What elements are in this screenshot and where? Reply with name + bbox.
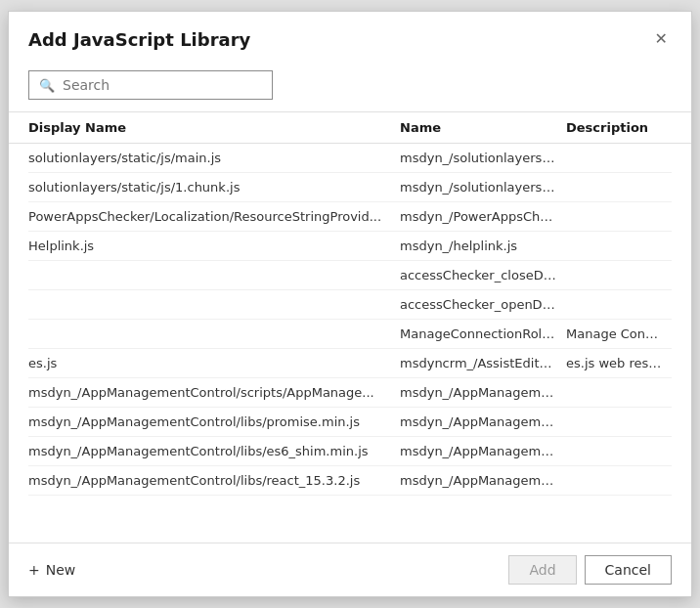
table-row[interactable]: solutionlayers/static/js/main.jsmsdyn_/s…	[28, 144, 672, 173]
cell-display-name: solutionlayers/static/js/1.chunk.js	[28, 180, 400, 195]
table-row[interactable]: accessChecker_openDialo...	[28, 290, 672, 320]
cell-display-name: Helplink.js	[28, 239, 400, 253]
cell-name: msdyn_/AppManagement...	[400, 385, 566, 400]
dialog-header: Add JavaScript Library ✕	[9, 12, 691, 63]
cell-display-name: es.js	[28, 356, 400, 370]
table-row[interactable]: msdyn_/AppManagementControl/scripts/AppM…	[28, 378, 672, 408]
cell-name: msdyn_/helplink.js	[400, 239, 566, 253]
table-row[interactable]: es.jsmsdyncrm_/AssistEditCon...es.js web…	[28, 349, 672, 378]
cell-display-name: msdyn_/AppManagementControl/libs/react_1…	[28, 473, 400, 488]
table-row[interactable]: msdyn_/AppManagementControl/libs/es6_shi…	[28, 437, 672, 466]
table-row[interactable]: accessChecker_closeDialo...	[28, 261, 672, 290]
table-row[interactable]: msdyn_/AppManagementControl/libs/react_1…	[28, 466, 672, 496]
dialog-footer: + New Add Cancel	[9, 543, 691, 596]
cell-name: msdyn_/AppManagement...	[400, 473, 566, 488]
cell-description: es.js web resource.	[566, 356, 672, 370]
header-description: Description	[566, 120, 672, 135]
cell-name: msdyn_/PowerAppsCheck...	[400, 209, 566, 224]
table-body: solutionlayers/static/js/main.jsmsdyn_/s…	[9, 144, 691, 543]
cell-display-name: PowerAppsChecker/Localization/ResourceSt…	[28, 209, 400, 224]
table-row[interactable]: solutionlayers/static/js/1.chunk.jsmsdyn…	[28, 173, 672, 202]
dialog-title: Add JavaScript Library	[28, 29, 250, 50]
cell-name: accessChecker_openDialo...	[400, 297, 566, 312]
cell-display-name: msdyn_/AppManagementControl/scripts/AppM…	[28, 385, 400, 400]
new-label: New	[46, 562, 76, 578]
table-row[interactable]: Helplink.jsmsdyn_/helplink.js	[28, 232, 672, 261]
table-row[interactable]: msdyn_/AppManagementControl/libs/promise…	[28, 408, 672, 437]
cell-display-name: msdyn_/AppManagementControl/libs/es6_shi…	[28, 444, 400, 458]
search-container: 🔍	[9, 63, 691, 111]
cell-name: accessChecker_closeDialo...	[400, 268, 566, 282]
cell-name: msdyncrm_/AssistEditCon...	[400, 356, 566, 370]
header-name: Name	[400, 120, 566, 135]
footer-actions: Add Cancel	[508, 555, 672, 585]
cell-name: msdyn_/solutionlayers/sta...	[400, 151, 566, 165]
plus-icon: +	[28, 562, 40, 578]
search-icon: 🔍	[39, 78, 55, 93]
header-display-name: Display Name	[28, 120, 400, 135]
table-row[interactable]: PowerAppsChecker/Localization/ResourceSt…	[28, 202, 672, 232]
cell-display-name: msdyn_/AppManagementControl/libs/promise…	[28, 414, 400, 429]
cell-name: msdyn_/AppManagement...	[400, 414, 566, 429]
search-input[interactable]	[63, 77, 262, 93]
cell-name: msdyn_/solutionlayers/sta...	[400, 180, 566, 195]
cell-name: ManageConnectionRoles...	[400, 326, 566, 341]
cell-name: msdyn_/AppManagement...	[400, 444, 566, 458]
table-header: Display Name Name Description	[9, 112, 691, 144]
close-button[interactable]: ✕	[651, 27, 672, 51]
new-button[interactable]: + New	[28, 562, 75, 578]
search-input-wrapper: 🔍	[28, 70, 273, 100]
table-container: Display Name Name Description solutionla…	[9, 111, 691, 543]
table-row[interactable]: ManageConnectionRoles...Manage Connect..…	[28, 320, 672, 349]
cell-description: Manage Connect...	[566, 326, 672, 341]
cell-display-name: solutionlayers/static/js/main.js	[28, 151, 400, 165]
add-javascript-library-dialog: Add JavaScript Library ✕ 🔍 Display Name …	[8, 11, 692, 597]
cancel-button[interactable]: Cancel	[585, 555, 672, 585]
add-button[interactable]: Add	[508, 555, 576, 585]
